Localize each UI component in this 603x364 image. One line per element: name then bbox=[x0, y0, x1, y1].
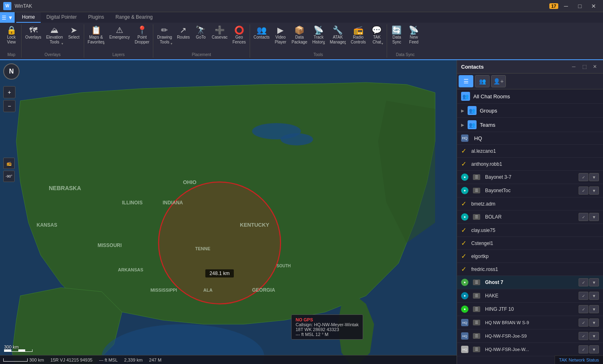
contact-bolar[interactable]: ● ☰ BOLAR ✓ ▼ bbox=[457, 210, 603, 224]
contact-bmetz-adm[interactable]: ✓ bmetz.adm bbox=[457, 197, 603, 210]
sidebar-header: Contacts ─ ⬚ ✕ bbox=[457, 60, 603, 74]
map-controls: N + − bbox=[3, 63, 20, 120]
bayonettoc-icon: ● bbox=[461, 187, 468, 194]
contact-all-chat-rooms[interactable]: 👥 All Chat Rooms bbox=[457, 89, 603, 104]
sidebar-close-button[interactable]: ✕ bbox=[591, 63, 599, 71]
contact-teams[interactable]: ▶ 👥 Teams bbox=[457, 118, 603, 132]
tab-digital-pointer[interactable]: Digital Pointer bbox=[41, 12, 83, 23]
menu-button[interactable]: ☰ ▼ bbox=[0, 12, 15, 23]
contact-hq-nw-fsr-joe-w[interactable]: HQ ☰ HQ-NW-FSR-Joe-W... ✓ ▼ bbox=[457, 343, 603, 356]
hq-nw-brian-action-2[interactable]: ▼ bbox=[589, 318, 599, 327]
bayonettoc-action-1[interactable]: ✓ bbox=[579, 186, 588, 195]
geo-fences-icon: ⭕ bbox=[234, 26, 244, 34]
clay-usie75-label: clay.usie75 bbox=[471, 228, 599, 233]
select-button[interactable]: ➤ Select bbox=[66, 24, 82, 41]
contacts-icon: 👥 bbox=[257, 26, 267, 34]
hake-action-1[interactable]: ✓ bbox=[579, 292, 588, 300]
contact-hq-nw-brian[interactable]: HQ ☰ HQ NW BRIAN W S-9 ✓ ▼ bbox=[457, 316, 603, 329]
maximize-button[interactable]: □ bbox=[574, 2, 586, 10]
data-package-button[interactable]: 📦 DataPackage bbox=[290, 24, 309, 46]
bayonet-3-7-action-1[interactable]: ✓ bbox=[579, 173, 588, 181]
hing-jtf-10-action-2[interactable]: ▼ bbox=[589, 305, 599, 313]
svg-text:MISSOURI: MISSOURI bbox=[98, 243, 122, 248]
sidebar-title: Contacts bbox=[461, 64, 484, 70]
radio-controls-button[interactable]: 📻 RadioControls bbox=[349, 24, 368, 46]
geo-fences-button[interactable]: ⭕ GeoFences bbox=[231, 24, 248, 46]
hq-nw-fsr-joe-s9-action-1[interactable]: ✓ bbox=[579, 332, 588, 340]
sidebar-float-button[interactable]: ⬚ bbox=[580, 63, 588, 71]
tab-plugins[interactable]: Plugins bbox=[83, 12, 110, 23]
hq-nw-fsr-joe-w-sub-icon: ☰ bbox=[473, 347, 480, 352]
toolbar-group-datasync: 🔄 DataSync 📡 NewFeed Data Sync bbox=[387, 24, 424, 58]
bearing-display: 247 M bbox=[149, 358, 162, 362]
compass[interactable]: N bbox=[3, 63, 20, 80]
contact-bayonet-3-7[interactable]: ● ☰ Bayonet 3-7 ✓ ▼ bbox=[457, 171, 603, 184]
lock-view-icon: 🔒 bbox=[7, 26, 17, 34]
lock-view-button[interactable]: 🔒 LockView bbox=[3, 24, 20, 46]
hq-nw-fsr-joe-w-action-2[interactable]: ▼ bbox=[589, 345, 599, 353]
title-bar-controls: 17 ─ □ ✕ bbox=[549, 2, 600, 10]
contact-al-lezcano1[interactable]: ✓ al.lezcano1 bbox=[457, 145, 603, 158]
contact-hing-jtf-10[interactable]: ● ☰ HING JTF 10 ✓ ▼ bbox=[457, 303, 603, 316]
casevac-button[interactable]: ➕ Casevac bbox=[210, 24, 230, 41]
sidebar-minimize-button[interactable]: ─ bbox=[570, 63, 578, 71]
ghost-7-action-2[interactable]: ▼ bbox=[589, 278, 599, 286]
contact-hq[interactable]: HQ HQ bbox=[457, 132, 603, 145]
atak-manager-button[interactable]: 🔧 ATAKManager bbox=[328, 24, 348, 46]
tab-home[interactable]: Home bbox=[16, 12, 41, 23]
drawing-tools-button[interactable]: ✏ DrawingTools bbox=[155, 24, 174, 46]
sidebar-content[interactable]: 👥 All Chat Rooms ▶ 👥 Groups ▶ 👥 Teams HQ… bbox=[457, 89, 603, 364]
tab-range-bearing[interactable]: Range & Bearing bbox=[110, 12, 158, 23]
ghost-7-action-1[interactable]: ✓ bbox=[579, 278, 588, 286]
track-history-button[interactable]: 📡 TrackHistory bbox=[310, 24, 327, 46]
contact-elgortkp[interactable]: ✓ elgortkp bbox=[457, 250, 603, 263]
contact-ghost-7[interactable]: ● ☰ Ghost 7 ✓ ▼ bbox=[457, 276, 603, 289]
routes-button[interactable]: ↗ Routes bbox=[175, 24, 192, 41]
zoom-in-button[interactable]: + bbox=[3, 86, 15, 98]
contact-cstengel1[interactable]: ✓ Cstengel1 bbox=[457, 237, 603, 250]
select-label: Select bbox=[68, 35, 80, 40]
map-area[interactable]: 248.1 km NEBRASKA KANSAS MISSOURI ILLINO… bbox=[0, 60, 457, 364]
point-dropper-button[interactable]: 📍 PointDropper bbox=[133, 24, 151, 46]
bayonet-3-7-action-2[interactable]: ▼ bbox=[589, 173, 599, 181]
layers-group-label: Layers bbox=[86, 52, 152, 58]
hing-jtf-10-action-1[interactable]: ✓ bbox=[579, 305, 588, 313]
bolar-action-2[interactable]: ▼ bbox=[589, 213, 599, 221]
contact-hake[interactable]: ● ☰ HAKE ✓ ▼ bbox=[457, 289, 603, 303]
video-player-button[interactable]: ▶ VideoPlayer bbox=[272, 24, 289, 46]
hq-nw-fsr-joe-s9-action-2[interactable]: ▼ bbox=[589, 332, 599, 340]
hq-nw-brian-action-1[interactable]: ✓ bbox=[579, 318, 588, 327]
contact-clay-usie75[interactable]: ✓ clay.usie75 bbox=[457, 224, 603, 237]
goto-button[interactable]: 🔭 GoTo bbox=[193, 24, 209, 41]
contact-hq-nw-fsr-joe-s9[interactable]: HQ ☰ HQ-NW-FSR-Joe-S9 ✓ ▼ bbox=[457, 329, 603, 343]
elevation-tools-button[interactable]: ⛰ ElevationTools bbox=[44, 24, 65, 46]
contacts-button[interactable]: 👥 Contacts bbox=[252, 24, 272, 41]
sidebar-tab-list[interactable]: ☰ bbox=[459, 75, 473, 87]
contact-fredric-ross1[interactable]: ✓ fredric.ross1 bbox=[457, 263, 603, 276]
hq-nw-fsr-joe-s9-icon: HQ bbox=[461, 332, 468, 340]
zoom-out-button[interactable]: − bbox=[3, 100, 15, 112]
contact-groups[interactable]: ▶ 👥 Groups bbox=[457, 104, 603, 118]
contact-anthony-robb1[interactable]: ✓ anthony.robb1 bbox=[457, 158, 603, 171]
hake-action-2[interactable]: ▼ bbox=[589, 292, 599, 300]
bayonet-3-7-actions: ✓ ▼ bbox=[579, 173, 599, 181]
overlays-button[interactable]: 🗺 Overlays bbox=[23, 24, 43, 41]
contact-bayonettoc[interactable]: ● ☰ BayonetToc ✓ ▼ bbox=[457, 184, 603, 197]
maps-favorites-button[interactable]: 📋 Maps &Favorites bbox=[86, 24, 107, 46]
new-feed-button[interactable]: 📡 NewFeed bbox=[406, 24, 422, 46]
groups-label: Groups bbox=[480, 108, 599, 114]
close-button[interactable]: ✕ bbox=[588, 2, 600, 10]
app-title: WinTAK bbox=[15, 3, 32, 9]
tak-chat-button[interactable]: 💬 TAKChat bbox=[369, 24, 385, 46]
no-gps-label: NO GPS bbox=[296, 317, 359, 322]
hq-nw-fsr-joe-w-action-1[interactable]: ✓ bbox=[579, 345, 588, 353]
svg-text:OHIO: OHIO bbox=[183, 179, 196, 185]
minimize-button[interactable]: ─ bbox=[560, 2, 572, 10]
emergency-button[interactable]: ⚠ Emergency bbox=[107, 24, 132, 41]
bayonettoc-action-2[interactable]: ▼ bbox=[589, 186, 599, 195]
data-sync-button[interactable]: 🔄 DataSync bbox=[389, 24, 405, 46]
sidebar-tab-group[interactable]: 👥 bbox=[475, 75, 490, 87]
contacts-label: Contacts bbox=[254, 35, 270, 40]
bolar-action-1[interactable]: ✓ bbox=[579, 213, 588, 221]
sidebar-tab-add[interactable]: 👤+ bbox=[491, 75, 506, 87]
